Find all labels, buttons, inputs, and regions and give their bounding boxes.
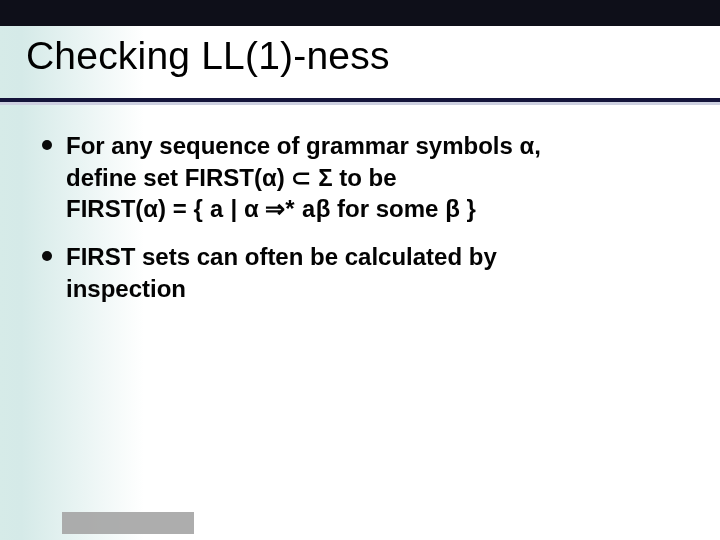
- content-area: For any sequence of grammar symbols α, d…: [42, 130, 680, 318]
- t: for some: [330, 195, 445, 222]
- sym-sigma: Σ: [318, 164, 332, 191]
- t: }: [460, 195, 476, 222]
- slide-title: Checking LL(1)-ness: [26, 34, 390, 78]
- footer-shadow: [62, 512, 194, 534]
- top-band: [0, 0, 720, 26]
- t: ) = {: [158, 195, 209, 222]
- t: *: [285, 195, 301, 222]
- t: |: [224, 195, 244, 222]
- sym-implies: ⇒: [265, 195, 285, 222]
- bullet-text: FIRST sets can often be calculated by in…: [66, 241, 497, 304]
- sym-alpha: α: [262, 164, 277, 191]
- slide: Checking LL(1)-ness For any sequence of …: [0, 0, 720, 540]
- terminal-a: a: [301, 197, 315, 224]
- t: FIRST sets can often be calculated by: [66, 243, 497, 270]
- t: define set FIRST(: [66, 164, 262, 191]
- sym-alpha: α: [519, 132, 534, 159]
- sym-alpha: α: [143, 195, 158, 222]
- t: ): [277, 164, 292, 191]
- bullet-item: For any sequence of grammar symbols α, d…: [42, 130, 680, 227]
- sym-alpha: α: [244, 195, 259, 222]
- bullet-item: FIRST sets can often be calculated by in…: [42, 241, 680, 304]
- t: ,: [534, 132, 541, 159]
- t: For any sequence of grammar symbols: [66, 132, 519, 159]
- bullet-disc-icon: [42, 140, 52, 150]
- terminal-a: a: [209, 197, 223, 224]
- bullet-disc-icon: [42, 251, 52, 261]
- sym-beta: β: [316, 195, 331, 222]
- sym-subset: ⊂: [291, 164, 311, 191]
- t: to be: [333, 164, 397, 191]
- t: FIRST(: [66, 195, 143, 222]
- sym-beta: β: [445, 195, 460, 222]
- bullet-text: For any sequence of grammar symbols α, d…: [66, 130, 541, 227]
- t: inspection: [66, 275, 186, 302]
- title-rule-light: [0, 102, 720, 105]
